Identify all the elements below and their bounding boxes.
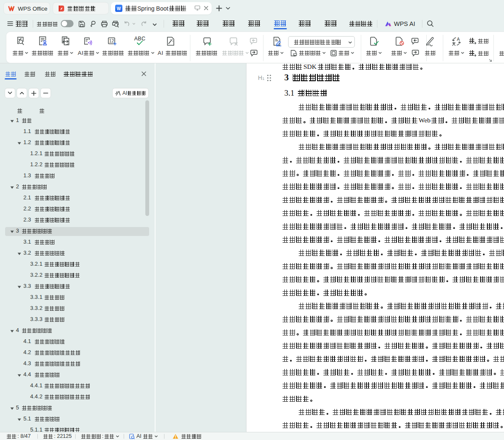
svg-text:12: 12 (109, 38, 114, 43)
svg-text:W: W (117, 6, 121, 11)
svg-text:ABC: ABC (134, 36, 146, 42)
svg-text:A: A (457, 37, 460, 42)
